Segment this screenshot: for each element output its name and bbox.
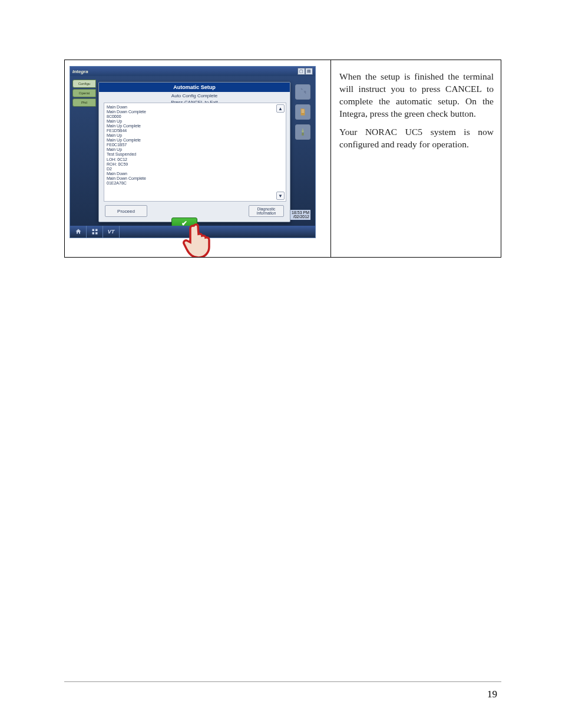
usb-icon[interactable] [295,124,310,140]
right-icon-rail [295,84,312,140]
time-value: 18:53 PM [292,210,309,215]
wrench-icon[interactable] [295,84,310,100]
log-line: 8C0000 [107,114,273,119]
tab-operator[interactable]: Operat [72,89,96,97]
side-tabs: Configu Operat Phil [72,80,96,107]
window-titlebar: Integra ▢ ▤ [70,67,315,76]
log-line: 01E2A78C [107,181,273,186]
tab-phil[interactable]: Phil [72,98,96,107]
log-line: Main Up [107,119,273,124]
log-line: Main Down [107,172,273,176]
automatic-setup-dialog: Automatic Setup Auto Config Complete Pre… [98,82,290,222]
log-line: FE1D5B44 [107,129,273,133]
log-line: Main Down Complete [107,176,273,181]
instruction-paragraph-2: Your NORAC UC5 system is now configured … [339,126,494,151]
instruction-text-cell: When the setup is finished the terminal … [331,60,501,257]
log-line: Main Down Complete [107,110,273,114]
window-button[interactable]: ▢ [297,68,305,75]
grid-icon[interactable] [87,226,103,238]
dialog-subtitle-1: Auto Config Complete [99,92,290,98]
svg-rect-0 [302,133,304,136]
bottom-nav: VT [70,226,315,238]
log-line: Main Up [107,133,273,138]
log-line: Main Up Complete [107,124,273,129]
scroll-up-button[interactable]: ▲ [276,104,285,113]
log-text: Main DownMain Down Complete8C0000Main Up… [104,103,275,201]
vt-label[interactable]: VT [103,226,120,238]
log-line: Main Up [107,147,273,152]
log-line: Main Down [107,105,273,110]
scroll-down-button[interactable]: ▼ [276,192,285,200]
log-box: Main DownMain Down Complete8C0000Main Up… [104,103,286,202]
log-line: ROH: 0C59 [107,162,273,167]
clock-readout: 18:53 PM /02/2012 [290,210,310,220]
screenshot-cell: Integra ▢ ▤ Configu Operat Phil Automati… [65,60,331,257]
log-line: Test Suspended [107,152,273,157]
date-value: /02/2012 [292,215,309,219]
diagnostic-info-button[interactable]: Diagnostic Information [249,205,284,217]
dialog-title: Automatic Setup [99,83,290,92]
terminal-screenshot: Integra ▢ ▤ Configu Operat Phil Automati… [70,66,316,238]
page-number: 19 [487,689,497,700]
home-icon[interactable] [70,226,87,238]
log-line: D2 [107,167,273,172]
log-line: Main Up Complete [107,138,273,143]
footer-rule [64,681,501,682]
brand-label: Integra [72,69,88,74]
instruction-paragraph-1: When the setup is finished the terminal … [339,71,494,120]
proceed-button[interactable]: Proceed [105,205,147,217]
window-button[interactable]: ▤ [305,68,313,75]
tab-configure[interactable]: Configu [72,80,96,88]
window-controls: ▢ ▤ [297,68,313,75]
page-icon[interactable] [295,104,310,120]
log-line: LOH: 0C12 [107,157,273,162]
scroll-column: ▲ ▼ [275,103,286,201]
log-line: FE0C1B57 [107,143,273,147]
